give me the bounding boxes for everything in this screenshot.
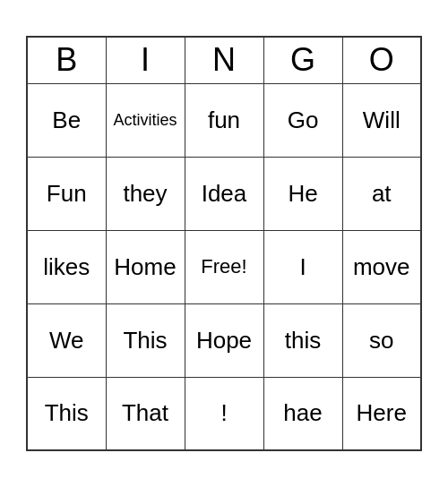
bingo-cell-1-4: at bbox=[342, 157, 421, 230]
bingo-cell-4-0: This bbox=[27, 377, 106, 450]
bingo-cell-1-0: Fun bbox=[27, 157, 106, 230]
bingo-cell-2-0: likes bbox=[27, 230, 106, 303]
bingo-cell-4-4: Here bbox=[342, 377, 421, 450]
bingo-cell-3-4: so bbox=[342, 303, 421, 377]
bingo-cell-0-3: Go bbox=[263, 83, 342, 157]
bingo-cell-3-0: We bbox=[27, 303, 106, 377]
bingo-cell-2-4: move bbox=[342, 230, 421, 303]
header-row: BINGO bbox=[27, 37, 421, 83]
bingo-cell-2-1: Home bbox=[106, 230, 185, 303]
header-b: B bbox=[27, 37, 106, 83]
bingo-row-4: ThisThat!haeHere bbox=[27, 377, 421, 450]
bingo-cell-4-2: ! bbox=[185, 377, 263, 450]
bingo-cell-3-1: This bbox=[106, 303, 185, 377]
bingo-cell-4-3: hae bbox=[263, 377, 342, 450]
bingo-cell-0-4: Will bbox=[342, 83, 421, 157]
bingo-cell-1-3: He bbox=[263, 157, 342, 230]
bingo-cell-1-2: Idea bbox=[185, 157, 263, 230]
header-o: O bbox=[342, 37, 421, 83]
bingo-cell-4-1: That bbox=[106, 377, 185, 450]
bingo-cell-2-2: Free! bbox=[185, 230, 263, 303]
bingo-cell-3-3: this bbox=[263, 303, 342, 377]
bingo-row-3: WeThisHopethisso bbox=[27, 303, 421, 377]
bingo-table: BINGO BeActivitiesfunGoWillFuntheyIdeaHe… bbox=[26, 36, 422, 451]
bingo-cell-2-3: I bbox=[263, 230, 342, 303]
bingo-row-0: BeActivitiesfunGoWill bbox=[27, 83, 421, 157]
bingo-cell-1-1: they bbox=[106, 157, 185, 230]
bingo-row-2: likesHomeFree!Imove bbox=[27, 230, 421, 303]
header-g: G bbox=[263, 37, 342, 83]
bingo-cell-0-0: Be bbox=[27, 83, 106, 157]
bingo-cell-3-2: Hope bbox=[185, 303, 263, 377]
header-i: I bbox=[106, 37, 185, 83]
bingo-row-1: FuntheyIdeaHeat bbox=[27, 157, 421, 230]
bingo-cell-0-2: fun bbox=[185, 83, 263, 157]
header-n: N bbox=[185, 37, 263, 83]
bingo-cell-0-1: Activities bbox=[106, 83, 185, 157]
bingo-card: BINGO BeActivitiesfunGoWillFuntheyIdeaHe… bbox=[26, 36, 422, 451]
